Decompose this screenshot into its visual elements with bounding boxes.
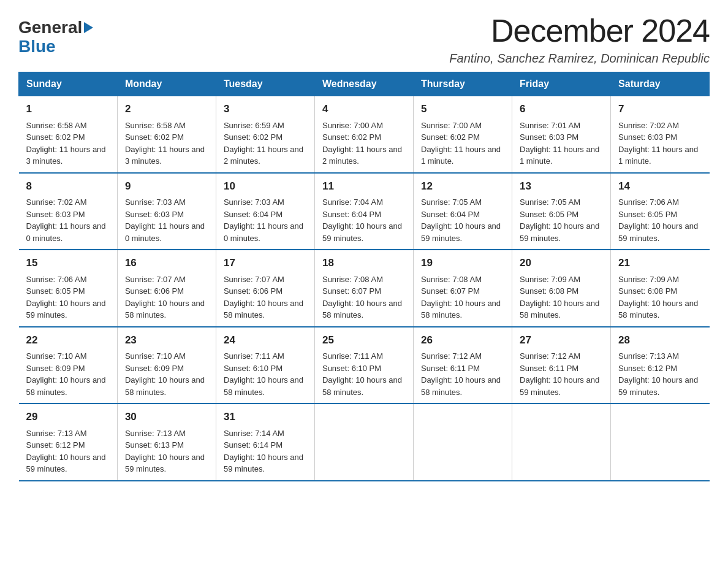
day-number: 12	[421, 178, 504, 194]
calendar-cell: 11Sunrise: 7:04 AMSunset: 6:04 PMDayligh…	[314, 173, 413, 250]
week-row-2: 8Sunrise: 7:02 AMSunset: 6:03 PMDaylight…	[19, 173, 710, 250]
day-info: Sunrise: 6:58 AMSunset: 6:02 PMDaylight:…	[26, 120, 110, 167]
calendar-cell: 4Sunrise: 7:00 AMSunset: 6:02 PMDaylight…	[314, 96, 413, 173]
day-number: 3	[224, 101, 307, 117]
day-info: Sunrise: 7:14 AMSunset: 6:14 PMDaylight:…	[224, 427, 307, 475]
header-monday: Monday	[117, 72, 216, 96]
day-number: 25	[322, 332, 406, 348]
day-info: Sunrise: 7:04 AMSunset: 6:04 PMDaylight:…	[322, 196, 406, 244]
calendar-cell: 20Sunrise: 7:09 AMSunset: 6:08 PMDayligh…	[512, 250, 611, 327]
calendar-cell: 27Sunrise: 7:12 AMSunset: 6:11 PMDayligh…	[512, 327, 611, 404]
calendar-cell: 7Sunrise: 7:02 AMSunset: 6:03 PMDaylight…	[611, 96, 710, 173]
day-info: Sunrise: 7:08 AMSunset: 6:07 PMDaylight:…	[322, 274, 406, 321]
day-info: Sunrise: 7:06 AMSunset: 6:05 PMDaylight:…	[618, 196, 702, 244]
calendar-cell	[611, 404, 710, 481]
calendar-cell: 19Sunrise: 7:08 AMSunset: 6:07 PMDayligh…	[414, 250, 512, 327]
day-number: 14	[618, 178, 702, 194]
day-info: Sunrise: 7:09 AMSunset: 6:08 PMDaylight:…	[520, 274, 603, 321]
calendar-table: Sunday Monday Tuesday Wednesday Thursday…	[18, 72, 710, 481]
logo-blue-text: Blue	[18, 37, 56, 56]
day-info: Sunrise: 7:05 AMSunset: 6:04 PMDaylight:…	[421, 196, 504, 244]
day-number: 15	[26, 255, 110, 271]
day-info: Sunrise: 6:58 AMSunset: 6:02 PMDaylight:…	[125, 120, 208, 167]
day-info: Sunrise: 7:03 AMSunset: 6:04 PMDaylight:…	[224, 196, 307, 244]
calendar-cell: 3Sunrise: 6:59 AMSunset: 6:02 PMDaylight…	[216, 96, 314, 173]
day-number: 23	[125, 332, 208, 348]
calendar-cell: 21Sunrise: 7:09 AMSunset: 6:08 PMDayligh…	[611, 250, 710, 327]
title-section: December 2024 Fantino, Sanchez Ramirez, …	[449, 12, 710, 66]
calendar-cell: 26Sunrise: 7:12 AMSunset: 6:11 PMDayligh…	[414, 327, 512, 404]
day-number: 20	[520, 255, 603, 271]
day-number: 29	[26, 409, 110, 425]
calendar-cell: 12Sunrise: 7:05 AMSunset: 6:04 PMDayligh…	[414, 173, 512, 250]
calendar-body: 1Sunrise: 6:58 AMSunset: 6:02 PMDaylight…	[19, 96, 710, 481]
day-number: 5	[421, 101, 504, 117]
day-number: 30	[125, 409, 208, 425]
day-number: 8	[26, 178, 110, 194]
calendar-header: Sunday Monday Tuesday Wednesday Thursday…	[19, 72, 710, 96]
header-tuesday: Tuesday	[216, 72, 314, 96]
day-info: Sunrise: 7:13 AMSunset: 6:13 PMDaylight:…	[125, 427, 208, 475]
logo-general-text: General	[18, 18, 82, 37]
header-thursday: Thursday	[414, 72, 512, 96]
day-info: Sunrise: 7:08 AMSunset: 6:07 PMDaylight:…	[421, 274, 504, 321]
day-info: Sunrise: 7:02 AMSunset: 6:03 PMDaylight:…	[26, 196, 110, 244]
day-info: Sunrise: 7:13 AMSunset: 6:12 PMDaylight:…	[618, 350, 702, 398]
header-sunday: Sunday	[19, 72, 118, 96]
calendar-cell	[314, 404, 413, 481]
day-number: 17	[224, 255, 307, 271]
calendar-cell: 8Sunrise: 7:02 AMSunset: 6:03 PMDaylight…	[19, 173, 118, 250]
day-number: 31	[224, 409, 307, 425]
week-row-5: 29Sunrise: 7:13 AMSunset: 6:12 PMDayligh…	[19, 404, 710, 481]
calendar-cell	[512, 404, 611, 481]
day-number: 27	[520, 332, 603, 348]
month-title: December 2024	[449, 12, 710, 49]
day-number: 10	[224, 178, 307, 194]
calendar-cell: 25Sunrise: 7:11 AMSunset: 6:10 PMDayligh…	[314, 327, 413, 404]
day-info: Sunrise: 7:02 AMSunset: 6:03 PMDaylight:…	[618, 120, 702, 167]
calendar-cell: 24Sunrise: 7:11 AMSunset: 6:10 PMDayligh…	[216, 327, 314, 404]
day-number: 1	[26, 101, 110, 117]
logo-arrow-icon	[84, 22, 93, 33]
day-info: Sunrise: 7:12 AMSunset: 6:11 PMDaylight:…	[520, 350, 603, 398]
day-number: 7	[618, 101, 702, 117]
day-info: Sunrise: 7:11 AMSunset: 6:10 PMDaylight:…	[224, 350, 307, 398]
day-info: Sunrise: 7:12 AMSunset: 6:11 PMDaylight:…	[421, 350, 504, 398]
calendar-cell: 9Sunrise: 7:03 AMSunset: 6:03 PMDaylight…	[117, 173, 216, 250]
day-number: 4	[322, 101, 406, 117]
day-number: 6	[520, 101, 603, 117]
header-friday: Friday	[512, 72, 611, 96]
calendar-cell: 14Sunrise: 7:06 AMSunset: 6:05 PMDayligh…	[611, 173, 710, 250]
calendar-cell	[414, 404, 512, 481]
calendar-cell: 16Sunrise: 7:07 AMSunset: 6:06 PMDayligh…	[117, 250, 216, 327]
calendar-cell: 31Sunrise: 7:14 AMSunset: 6:14 PMDayligh…	[216, 404, 314, 481]
header-saturday: Saturday	[611, 72, 710, 96]
day-info: Sunrise: 7:11 AMSunset: 6:10 PMDaylight:…	[322, 350, 406, 398]
calendar-cell: 29Sunrise: 7:13 AMSunset: 6:12 PMDayligh…	[19, 404, 118, 481]
calendar-cell: 22Sunrise: 7:10 AMSunset: 6:09 PMDayligh…	[19, 327, 118, 404]
day-number: 21	[618, 255, 702, 271]
week-row-3: 15Sunrise: 7:06 AMSunset: 6:05 PMDayligh…	[19, 250, 710, 327]
day-number: 26	[421, 332, 504, 348]
day-info: Sunrise: 7:05 AMSunset: 6:05 PMDaylight:…	[520, 196, 603, 244]
page-header: General Blue December 2024 Fantino, Sanc…	[18, 12, 710, 66]
calendar-cell: 18Sunrise: 7:08 AMSunset: 6:07 PMDayligh…	[314, 250, 413, 327]
day-info: Sunrise: 7:00 AMSunset: 6:02 PMDaylight:…	[421, 120, 504, 167]
day-info: Sunrise: 6:59 AMSunset: 6:02 PMDaylight:…	[224, 120, 307, 167]
day-number: 2	[125, 101, 208, 117]
day-number: 24	[224, 332, 307, 348]
day-number: 19	[421, 255, 504, 271]
calendar-cell: 10Sunrise: 7:03 AMSunset: 6:04 PMDayligh…	[216, 173, 314, 250]
calendar-cell: 2Sunrise: 6:58 AMSunset: 6:02 PMDaylight…	[117, 96, 216, 173]
location-subtitle: Fantino, Sanchez Ramirez, Dominican Repu…	[449, 52, 710, 66]
calendar-cell: 30Sunrise: 7:13 AMSunset: 6:13 PMDayligh…	[117, 404, 216, 481]
day-number: 22	[26, 332, 110, 348]
header-row: Sunday Monday Tuesday Wednesday Thursday…	[19, 72, 710, 96]
day-info: Sunrise: 7:03 AMSunset: 6:03 PMDaylight:…	[125, 196, 208, 244]
day-info: Sunrise: 7:13 AMSunset: 6:12 PMDaylight:…	[26, 427, 110, 475]
day-info: Sunrise: 7:01 AMSunset: 6:03 PMDaylight:…	[520, 120, 603, 167]
calendar-cell: 28Sunrise: 7:13 AMSunset: 6:12 PMDayligh…	[611, 327, 710, 404]
day-info: Sunrise: 7:06 AMSunset: 6:05 PMDaylight:…	[26, 274, 110, 321]
day-info: Sunrise: 7:07 AMSunset: 6:06 PMDaylight:…	[224, 274, 307, 321]
header-wednesday: Wednesday	[314, 72, 413, 96]
